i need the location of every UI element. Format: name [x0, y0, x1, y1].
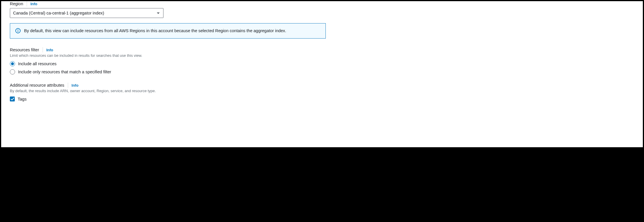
additional-attributes-description: By default, the results include ARN, own… — [10, 89, 634, 93]
region-selected-value: Canada (Central) ca-central-1 (aggregato… — [13, 11, 104, 15]
region-info-link[interactable]: Info — [30, 2, 37, 6]
radio-include-all[interactable]: Include all resources — [10, 61, 634, 66]
region-select-box[interactable]: Canada (Central) ca-central-1 (aggregato… — [10, 8, 163, 18]
svg-point-1 — [18, 29, 18, 30]
aggregator-info-alert: By default, this view can include resour… — [10, 23, 326, 39]
resources-filter-header: Resources filter Info — [10, 47, 634, 52]
divider — [43, 47, 43, 52]
radio-icon — [10, 61, 15, 66]
tags-checkbox[interactable]: Tags — [10, 97, 634, 101]
divider — [68, 83, 68, 88]
radio-icon — [10, 69, 15, 74]
radio-include-match-label: Include only resources that match a spec… — [18, 70, 111, 74]
radio-dot-icon — [11, 62, 14, 65]
additional-attributes-header: Additional resource attributes Info — [10, 83, 634, 88]
radio-include-match[interactable]: Include only resources that match a spec… — [10, 69, 634, 74]
checkbox-checked-icon — [10, 97, 15, 101]
radio-include-all-label: Include all resources — [18, 61, 57, 66]
resources-filter-title: Resources filter — [10, 48, 39, 52]
form-panel: Region Info Canada (Central) ca-central-… — [1, 1, 643, 147]
info-icon — [15, 28, 21, 34]
divider — [27, 1, 27, 6]
additional-attributes-title: Additional resource attributes — [10, 83, 64, 88]
resources-filter-description: Limit which resources can be included in… — [10, 53, 634, 58]
resources-filter-radio-group: Include all resources Include only resou… — [10, 61, 634, 74]
svg-rect-2 — [18, 30, 18, 32]
resources-filter-info-link[interactable]: Info — [46, 48, 53, 52]
region-select[interactable]: Canada (Central) ca-central-1 (aggregato… — [10, 8, 163, 18]
region-label: Region — [10, 1, 23, 6]
additional-attributes-info-link[interactable]: Info — [72, 83, 79, 88]
alert-text: By default, this view can include resour… — [24, 28, 286, 34]
tags-checkbox-label: Tags — [18, 97, 27, 101]
region-label-row: Region Info — [10, 1, 634, 6]
